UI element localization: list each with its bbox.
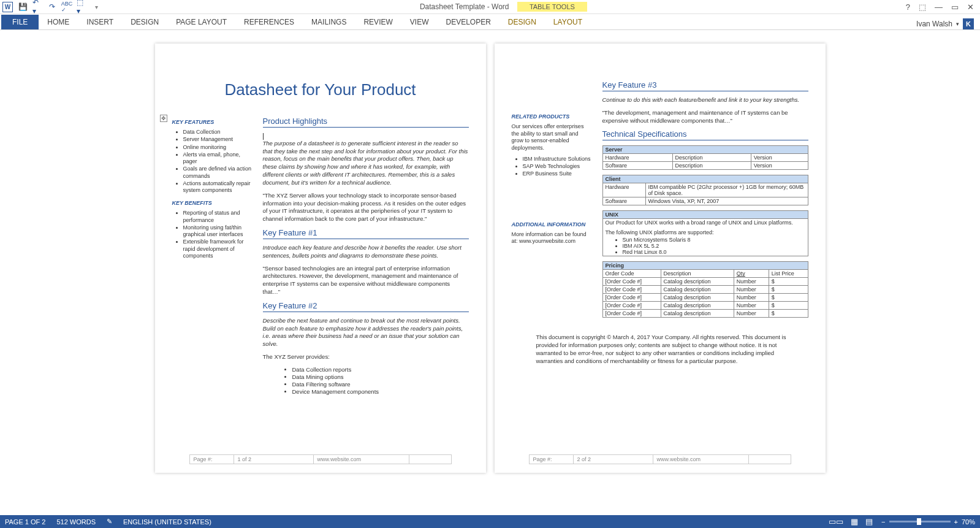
key-benefits-list: Reporting of status and performance Moni… (172, 210, 252, 259)
tab-references[interactable]: REFERENCES (235, 15, 303, 29)
additional-info-para: More information can be found at: www.yo… (512, 231, 591, 245)
word-app-icon[interactable]: W (2, 2, 13, 12)
tab-insert[interactable]: INSERT (78, 15, 122, 29)
tab-table-design[interactable]: DESIGN (499, 15, 545, 29)
user-account[interactable]: Ivan Walsh ▾ K (916, 18, 979, 29)
document-canvas[interactable]: ✥ Datasheet for Your Product KEY FEATURE… (0, 30, 980, 515)
tab-table-layout[interactable]: LAYOUT (545, 15, 591, 29)
kf2-para-2: The XYZ Server provides: (263, 353, 469, 361)
page-2: RELATED PRODUCTS Our services offer ente… (495, 44, 826, 473)
page-count[interactable]: PAGE 1 OF 2 (5, 518, 45, 526)
view-switcher: ▭▭ ▦ ▤ (829, 517, 873, 526)
tab-mailings[interactable]: MAILINGS (303, 15, 355, 29)
zoom-out-icon[interactable]: − (881, 518, 885, 526)
window-controls: ? ⬚ — ▭ ✕ (906, 2, 978, 12)
proofing-icon[interactable]: ✎ (107, 518, 112, 526)
key-feature-2-heading: Key Feature #2 (263, 301, 469, 312)
sidebar-column: KEY FEATURES Data Collection Server Mana… (172, 113, 252, 396)
additional-info-heading: ADDITIONAL INFORMATION (512, 221, 591, 228)
maximize-icon[interactable]: ▭ (951, 2, 959, 12)
page-1-footer: Page #: 1 of 2 www.website.com (189, 454, 452, 464)
client-table: Client HardwareIBM compatible PC (2Ghz p… (602, 175, 808, 205)
doc-title: Datasheet for Your Product (172, 80, 469, 99)
body-column-2: Key Feature #3 Continue to do this with … (602, 80, 808, 323)
key-feature-3-heading: Key Feature #3 (602, 80, 808, 91)
zoom-label[interactable]: 70% (962, 518, 975, 526)
key-feature-1-heading: Key Feature #1 (263, 228, 469, 239)
status-bar: PAGE 1 OF 2 512 WORDS ✎ ENGLISH (UNITED … (0, 515, 980, 528)
related-products-heading: RELATED PRODUCTS (512, 113, 591, 120)
body-column: Product Highlights The purpose of a data… (263, 113, 469, 396)
ph-para-1: The purpose of a datasheet is to generat… (263, 140, 469, 187)
server-table: Server HardwareDescriptionVersion Softwa… (602, 145, 808, 170)
read-mode-icon[interactable]: ▭▭ (829, 517, 843, 526)
related-products-list: IBM Infrastructure Solutions SAP Web Tec… (512, 156, 591, 178)
ribbon-display-icon[interactable]: ⬚ (919, 2, 926, 12)
tab-view[interactable]: VIEW (401, 15, 438, 29)
tab-file[interactable]: FILE (1, 15, 39, 29)
product-highlights-heading: Product Highlights (263, 117, 469, 128)
kf3-para-2: "The development, management and mainten… (602, 109, 808, 125)
web-layout-icon[interactable]: ▤ (865, 517, 873, 526)
related-products-para: Our services offer enterprises the abili… (512, 123, 591, 152)
qat-customize-icon[interactable]: ▾ (91, 2, 101, 12)
ribbon-tabs: FILE HOME INSERT DESIGN PAGE LAYOUT REFE… (0, 14, 980, 30)
key-features-list: Data Collection Server Management Online… (172, 129, 252, 194)
kf1-para-1: Introduce each key feature and describe … (263, 244, 469, 260)
window-title: Datasheet Template - Word TABLE TOOLS (101, 2, 906, 11)
kf1-para-2: "Sensor based technologies are an integr… (263, 265, 469, 296)
tab-home[interactable]: HOME (39, 15, 78, 29)
kf2-list: Data Collection reports Data Mining opti… (263, 366, 469, 395)
tab-developer[interactable]: DEVELOPER (437, 15, 499, 29)
sidebar-column-2: RELATED PRODUCTS Our services offer ente… (512, 80, 591, 323)
touch-mode-icon[interactable]: ⬚ ▾ (77, 2, 86, 12)
tab-page-layout[interactable]: PAGE LAYOUT (167, 15, 235, 29)
quick-access-toolbar: W 💾 ↶ ▾ ↷ ABC✓ ⬚ ▾ ▾ (2, 2, 101, 12)
user-name: Ivan Walsh (916, 20, 952, 28)
page-2-footer: Page #: 2 of 2 www.website.com (529, 454, 791, 464)
pricing-table: Pricing Order Code Description Qty List … (602, 261, 808, 318)
key-features-heading: KEY FEATURES (172, 119, 252, 125)
save-icon[interactable]: 💾 (18, 2, 28, 12)
text-cursor (263, 133, 264, 140)
page-1: ✥ Datasheet for Your Product KEY FEATURE… (155, 44, 486, 473)
user-avatar: K (963, 18, 974, 29)
copyright-text: This document is copyright © March 4, 20… (512, 334, 808, 365)
redo-icon[interactable]: ↷ (47, 2, 57, 12)
print-layout-icon[interactable]: ▦ (851, 517, 858, 526)
ph-para-2: "The XYZ Server allows your technology s… (263, 192, 469, 223)
tab-review[interactable]: REVIEW (355, 15, 401, 29)
minimize-icon[interactable]: — (935, 2, 943, 12)
table-tools-badge: TABLE TOOLS (517, 2, 587, 12)
language[interactable]: ENGLISH (UNITED STATES) (123, 518, 211, 526)
unix-table: UNIX Our Product for UNIX works with a b… (602, 210, 808, 256)
kf2-para-1: Describe the next feature and continue t… (263, 317, 469, 348)
help-icon[interactable]: ? (906, 2, 910, 12)
zoom-controls: − + 70% (881, 518, 975, 526)
table-move-handle[interactable]: ✥ (160, 115, 167, 122)
title-bar: W 💾 ↶ ▾ ↷ ABC✓ ⬚ ▾ ▾ Datasheet Template … (0, 0, 980, 14)
close-icon[interactable]: ✕ (967, 2, 974, 12)
spellcheck-icon[interactable]: ABC✓ (62, 2, 72, 12)
zoom-in-icon[interactable]: + (954, 518, 958, 526)
tab-design[interactable]: DESIGN (122, 15, 167, 29)
undo-icon[interactable]: ↶ ▾ (32, 2, 42, 12)
tech-specs-heading: Technical Specifications (602, 129, 808, 140)
zoom-slider[interactable] (889, 521, 951, 522)
key-benefits-heading: KEY BENEFITS (172, 200, 252, 206)
kf3-para-1: Continue to do this with each feature/be… (602, 96, 808, 104)
word-count[interactable]: 512 WORDS (56, 518, 96, 526)
